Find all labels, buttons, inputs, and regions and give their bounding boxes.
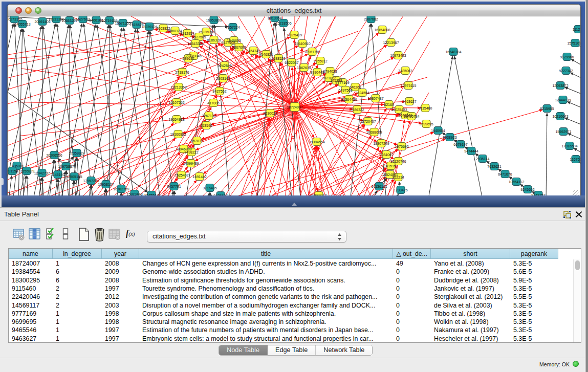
select-rows-icon[interactable] <box>46 228 56 241</box>
close-panel-icon[interactable] <box>575 211 582 218</box>
graph-node-label: 953594 <box>200 124 212 127</box>
graph-node-label: 417006 <box>207 101 219 105</box>
cell-name: 22420046 <box>9 293 53 301</box>
cell-title: Tourette syndrome. Phenomenology and cla… <box>139 285 393 293</box>
graph-node-label: 12942737 <box>34 171 50 175</box>
float-panel-icon[interactable] <box>563 211 571 218</box>
graph-node-label: 19384554 <box>309 140 324 144</box>
table-row[interactable]: 1938455462009Genome-wide association stu… <box>9 268 574 276</box>
graph-node-label: 11325419 <box>287 33 302 37</box>
column-header-title[interactable]: title <box>139 249 393 259</box>
cell-name: 9115460 <box>9 285 53 293</box>
tab-node-table[interactable]: Node Table <box>219 345 268 355</box>
table-row[interactable]: 1830029562008Estimation of significance … <box>9 276 574 285</box>
cell-out_de: 0 <box>393 276 431 285</box>
graph-node-label: 18495784 <box>403 115 419 118</box>
graph-node-label: 15692971 <box>555 130 571 134</box>
graph-node-label: 20206556 <box>46 154 62 157</box>
cell-name: 19384554 <box>9 268 53 276</box>
table-vertical-scrollbar[interactable] <box>573 259 580 342</box>
cell-in_degree: 6 <box>53 268 102 276</box>
table-settings-icon[interactable] <box>13 228 25 241</box>
graph-node-label: 989637 <box>182 57 194 60</box>
graph-node-label: 17957253 <box>83 179 99 183</box>
cell-short: Hescheler et al. (1997) <box>431 335 510 343</box>
network-graph-canvas[interactable]: 1627315514055713206914061993139010653267… <box>8 16 580 196</box>
left-pane-grip[interactable] <box>2 178 4 185</box>
cell-year: 1998 <box>102 318 139 326</box>
cell-in_degree: 1 <box>53 310 102 318</box>
column-header-pagerank[interactable]: pagerank <box>510 249 558 259</box>
graph-node-label: 7357224 <box>226 26 239 29</box>
graph-node-label: 9115460 <box>419 106 432 110</box>
scrollbar-thumb[interactable] <box>575 260 580 270</box>
graph-node-label: 1527602 <box>76 17 90 21</box>
network-window-titlebar[interactable]: citations_edges.txt <box>8 5 580 16</box>
delete-table-icon[interactable] <box>94 228 105 242</box>
graph-node-label: 252214 <box>392 176 404 179</box>
cell-pagerank: 5.3E-5 <box>510 310 558 318</box>
tab-edge-table[interactable]: Edge Table <box>268 345 316 355</box>
graph-node-label: 9527505 <box>192 35 206 39</box>
graph-node-label: 10975887 <box>58 165 74 168</box>
table-row[interactable]: 946362711997Embryonic stem cells: a mode… <box>9 335 574 343</box>
cell-out_de: 0 <box>393 285 431 293</box>
graph-node-label: 21364436 <box>341 98 357 101</box>
cell-title: Structural magnetic resonance image aver… <box>139 318 393 326</box>
column-header-in_degree[interactable]: in_degree <box>53 249 102 259</box>
table-row[interactable]: 1872400712008Changes of HCN gene express… <box>9 259 574 268</box>
split-pane-expand-arrow[interactable] <box>292 203 297 206</box>
graph-node-label: 17359924 <box>69 151 84 155</box>
graph-node-label: 8186328 <box>207 38 221 42</box>
cell-out_de: 0 <box>393 310 431 318</box>
graph-node-label: 7986322 <box>350 108 364 112</box>
graph-node-label: 2803144 <box>216 77 230 80</box>
column-header-name[interactable]: name <box>9 249 53 259</box>
cell-in_degree: 1 <box>53 326 102 334</box>
cell-in_degree: 2 <box>53 285 102 293</box>
function-builder-icon[interactable]: f(x) <box>126 229 135 238</box>
graph-node-label: 9777169 <box>335 81 349 84</box>
table-row[interactable]: 977716911998Corpus callosum shape and si… <box>9 310 574 318</box>
cell-in_degree: 6 <box>53 276 102 285</box>
table-row[interactable]: 946554611997Estimation of the future num… <box>9 326 574 334</box>
new-table-icon[interactable] <box>78 228 90 241</box>
table-panel-titlebar: Table Panel <box>0 208 585 221</box>
network-desktop: citations_edges.txt 16273155140557132069… <box>2 2 585 207</box>
tab-network-table[interactable]: Network Table <box>316 345 372 355</box>
graph-node-label: 16543382 <box>187 42 203 46</box>
table-row[interactable]: 1456911722003Disruption of a novel membe… <box>9 301 574 310</box>
graph-node-label: 15226058 <box>198 30 214 34</box>
graph-node-label: 8471676 <box>498 172 512 176</box>
cell-pagerank: 5.3E-5 <box>510 335 558 343</box>
select-column-icon[interactable] <box>29 228 41 241</box>
graph-node-label: 116753 <box>570 158 580 161</box>
delete-columns-icon-disabled <box>108 228 121 241</box>
graph-node-label: 12975115 <box>401 84 417 87</box>
graph-node-label: 6497568 <box>338 89 352 92</box>
table-select-value: citations_edges.txt <box>153 231 206 242</box>
cell-title: Embryonic stem cells: a model to study s… <box>139 335 393 343</box>
cell-in_degree: 1 <box>53 335 102 343</box>
graph-node-label: 7485063 <box>398 69 412 73</box>
graph-node-label: 17016504 <box>561 144 577 148</box>
column-header-short[interactable]: short <box>431 249 510 259</box>
graph-node-label: 8215955 <box>540 107 554 111</box>
table-select-dropdown[interactable]: citations_edges.txt <box>147 231 346 243</box>
graph-node-label: 1640954 <box>431 129 445 133</box>
column-header-year[interactable]: year <box>102 249 139 259</box>
column-header-out_de[interactable]: △ out_de... <box>393 249 431 259</box>
table-row[interactable]: 911546021997Tourette syndrome. Phenomeno… <box>9 285 574 293</box>
network-window[interactable]: citations_edges.txt 16273155140557132069… <box>7 4 581 197</box>
graph-node-label: 15720407 <box>360 120 376 123</box>
cell-short: Jankovic et al. (1997) <box>431 285 510 293</box>
cell-title: Corpus callosum shape and size in male p… <box>139 310 393 318</box>
graph-node-label: 9245652 <box>520 188 534 191</box>
graph-node-label: 14055713 <box>14 23 30 26</box>
cell-in_degree: 2 <box>53 301 102 310</box>
table-row[interactable]: 2242004622012Investigating the contribut… <box>9 293 574 301</box>
table-row[interactable]: 969969511998Structural magnetic resonanc… <box>9 318 574 326</box>
row-height-icon[interactable] <box>62 228 69 241</box>
graph-node-label: 18807249 <box>373 142 389 145</box>
graph-node-label: 1362615 <box>297 66 311 70</box>
